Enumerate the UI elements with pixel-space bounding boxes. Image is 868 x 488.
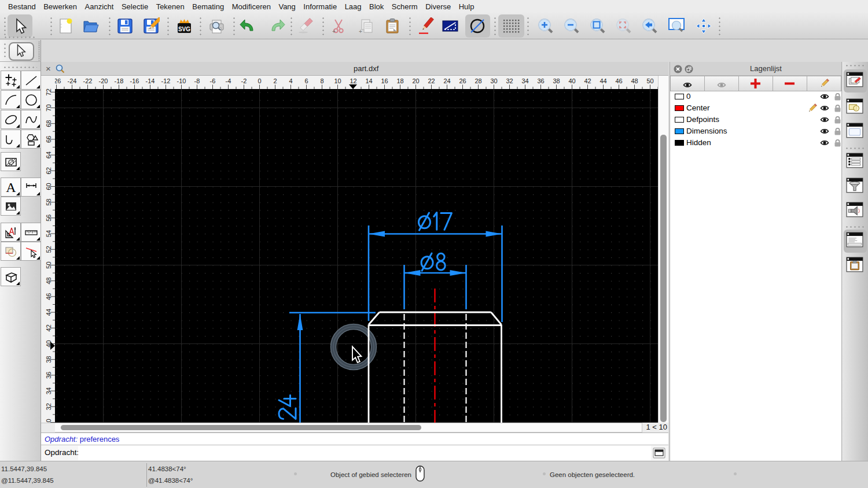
svg-text:10: 10	[334, 77, 341, 84]
svg-text:A: A	[6, 180, 16, 194]
svg-text:28: 28	[475, 77, 481, 84]
svg-text:16: 16	[381, 77, 388, 84]
svg-text:44: 44	[45, 309, 52, 316]
svg-text:6: 6	[304, 77, 308, 84]
svg-text:34: 34	[521, 77, 528, 84]
svg-text:66: 66	[45, 136, 52, 143]
svg-text:52: 52	[45, 246, 52, 253]
svg-text:-18: -18	[115, 77, 124, 84]
svg-text:48: 48	[45, 278, 52, 284]
svg-text:50: 50	[45, 261, 52, 268]
svg-text:8: 8	[320, 77, 323, 84]
svg-text:44: 44	[599, 77, 606, 84]
svg-text:64: 64	[45, 151, 52, 158]
svg-text:-10: -10	[177, 77, 186, 84]
svg-text:30: 30	[490, 77, 497, 84]
svg-text:40: 40	[568, 77, 575, 84]
svg-text:42: 42	[584, 77, 591, 84]
svg-text:32: 32	[45, 403, 52, 410]
svg-text:-24: -24	[68, 77, 77, 84]
svg-text:20: 20	[412, 77, 419, 84]
svg-text:58: 58	[45, 199, 52, 206]
svg-text:32: 32	[506, 77, 513, 84]
svg-text:-2: -2	[241, 77, 247, 84]
svg-text:-26: -26	[55, 77, 61, 84]
svg-text:56: 56	[45, 215, 52, 221]
svg-text:60: 60	[45, 183, 52, 190]
svg-text:4: 4	[289, 77, 292, 84]
svg-text:18: 18	[396, 77, 403, 84]
svg-text:68: 68	[45, 120, 52, 127]
svg-text:26: 26	[459, 77, 466, 84]
svg-text:46: 46	[45, 293, 52, 300]
svg-text:36: 36	[45, 372, 52, 379]
svg-text:46: 46	[615, 77, 622, 84]
svg-text:-8: -8	[194, 77, 200, 84]
svg-text:30: 30	[45, 419, 52, 423]
svg-text:42: 42	[45, 324, 52, 331]
svg-text:22: 22	[428, 77, 435, 84]
svg-text:50: 50	[646, 77, 653, 84]
svg-text:34: 34	[45, 387, 52, 394]
svg-text:54: 54	[45, 230, 52, 237]
svg-text:62: 62	[45, 167, 52, 174]
svg-text:-20: -20	[99, 77, 108, 84]
svg-text:38: 38	[45, 356, 52, 363]
svg-text:SVG: SVG	[178, 26, 190, 32]
svg-text:12: 12	[350, 77, 356, 84]
svg-text:-22: -22	[83, 77, 93, 84]
svg-text:36: 36	[537, 77, 544, 84]
svg-text:2: 2	[273, 77, 277, 84]
svg-text:+: +	[359, 28, 362, 35]
svg-text:-6: -6	[210, 77, 216, 84]
svg-text:14: 14	[365, 77, 372, 84]
svg-text:-16: -16	[130, 77, 139, 84]
svg-text:72: 72	[45, 88, 52, 95]
svg-text:-14: -14	[146, 77, 155, 84]
svg-text:38: 38	[553, 77, 560, 84]
svg-text:70: 70	[45, 104, 52, 111]
svg-text:0: 0	[258, 77, 261, 84]
svg-text:-12: -12	[161, 77, 171, 84]
svg-text:-4: -4	[226, 77, 231, 84]
svg-text:48: 48	[631, 77, 638, 84]
svg-text:24: 24	[443, 77, 450, 84]
svg-text:+: +	[332, 28, 336, 35]
